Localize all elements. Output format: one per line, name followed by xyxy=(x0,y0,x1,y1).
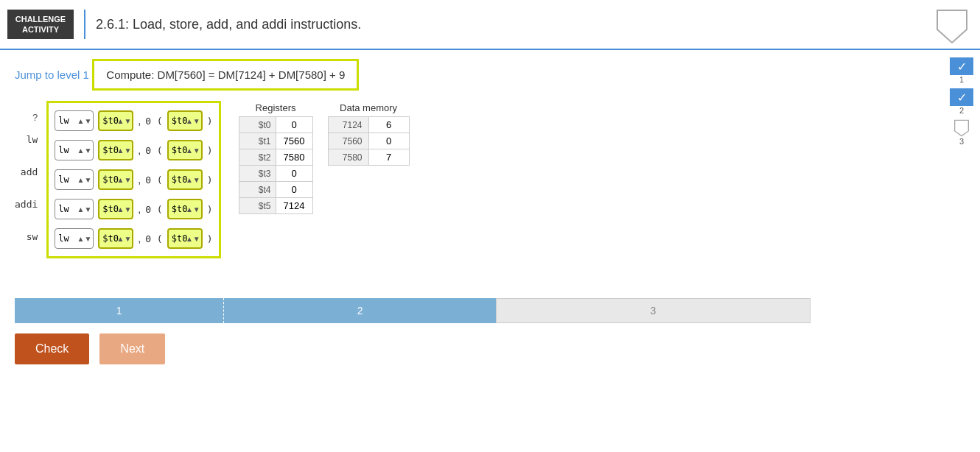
level-2-number: 2 xyxy=(959,106,964,115)
paren-close-5: ) xyxy=(207,233,213,244)
label-last xyxy=(15,253,41,285)
progress-seg-3[interactable]: 3 xyxy=(496,298,811,323)
rd-select-4-wrapper[interactable]: $t0$t1$t2 ▲▼ xyxy=(98,199,133,219)
rs-select-2-wrapper[interactable]: $t0$t1$t2 ▲▼ xyxy=(167,140,203,160)
paren-close-4: ) xyxy=(207,204,213,215)
label-add: add xyxy=(15,155,41,188)
level-2-badge[interactable]: ✓ 2 xyxy=(948,88,975,115)
op-select-3[interactable]: lwswaddaddi xyxy=(55,169,94,190)
op-select-4[interactable]: lwswaddaddi xyxy=(55,199,94,219)
op-select-5-wrapper[interactable]: lwswaddaddi ▲▼ xyxy=(55,228,94,249)
offset-1: 0 ( xyxy=(145,116,162,127)
jump-link[interactable]: Jump to level 1 xyxy=(15,68,89,81)
mem-addr-7124: 7124 xyxy=(328,117,368,133)
label-sw: sw xyxy=(15,220,41,253)
reg-row-t3: $t3 0 xyxy=(239,166,312,182)
rd-select-5-wrapper[interactable]: $t0$t1$t2 ▲▼ xyxy=(98,228,133,249)
paren-close-3: ) xyxy=(207,174,213,186)
registers-table: Registers $t0 0 $t1 7560 $t2 xyxy=(239,101,313,214)
paren-close-1: ) xyxy=(207,116,213,127)
reg-name-t4: $t4 xyxy=(239,182,276,198)
level-3-shield-icon xyxy=(950,119,973,137)
progress-seg-1[interactable]: 1 xyxy=(15,298,224,323)
offset-5: 0 ( xyxy=(145,233,162,244)
op-select-3-wrapper[interactable]: lwswaddaddi ▲▼ xyxy=(55,169,94,190)
mem-val-7124: 6 xyxy=(368,117,409,133)
sidebar-right: ✓ 1 ✓ 2 3 xyxy=(943,50,980,146)
rs-select-1-wrapper[interactable]: $t0$t1$t2 ▲▼ xyxy=(167,110,203,131)
rs-select-4-wrapper[interactable]: $t0$t1$t2 ▲▼ xyxy=(167,199,203,219)
rs-select-4[interactable]: $t0$t1$t2 xyxy=(167,199,203,219)
comma-3: , xyxy=(138,174,141,186)
level-1-check: ✓ xyxy=(950,57,973,75)
buttons-area: Check Next xyxy=(15,333,965,364)
rs-select-3-wrapper[interactable]: $t0$t1$t2 ▲▼ xyxy=(167,169,203,190)
rd-select-5[interactable]: $t0$t1$t2 xyxy=(98,228,133,249)
reg-row-t0: $t0 0 xyxy=(239,117,312,133)
reg-row-t4: $t4 0 xyxy=(239,182,312,198)
instr-row-3: lwswaddaddi ▲▼ $t0$t1$t2 ▲▼ , 0 ( xyxy=(55,166,212,193)
reg-name-t0: $t0 xyxy=(239,117,276,133)
registers-title: Registers xyxy=(239,101,312,117)
level-3-badge[interactable]: 3 xyxy=(948,119,975,146)
main-content: ✓ 1 ✓ 2 3 Jump to level 1 Compute: DM[75… xyxy=(0,50,980,452)
reg-name-t2: $t2 xyxy=(239,149,276,166)
check-button[interactable]: Check xyxy=(15,333,89,364)
rd-select-1[interactable]: $t0$t1$t2 xyxy=(98,110,133,131)
comma-2: , xyxy=(138,144,141,156)
comma-5: , xyxy=(138,233,141,244)
rs-select-5[interactable]: $t0$t1$t2 xyxy=(167,228,203,249)
rs-select-2[interactable]: $t0$t1$t2 xyxy=(167,140,203,160)
rd-select-1-wrapper[interactable]: $t0$t1$t2 ▲▼ xyxy=(98,110,133,131)
reg-name-t1: $t1 xyxy=(239,133,276,149)
reg-row-t2: $t2 7580 xyxy=(239,149,312,166)
offset-4: 0 ( xyxy=(145,204,162,215)
op-select-5[interactable]: lwswaddaddi xyxy=(55,228,94,249)
mem-val-7580: 7 xyxy=(368,149,409,166)
data-memory-table: Data memory 7124 6 7560 0 7580 xyxy=(328,101,410,166)
op-select-2-wrapper[interactable]: lwswaddaddi ▲▼ xyxy=(55,140,94,160)
rd-select-3[interactable]: $t0$t1$t2 xyxy=(98,169,133,190)
progress-label-3: 3 xyxy=(651,305,657,317)
rs-select-3[interactable]: $t0$t1$t2 xyxy=(167,169,203,190)
op-select-1[interactable]: lwswaddaddi xyxy=(55,110,94,131)
mem-row-7560: 7560 0 xyxy=(328,133,409,149)
mem-row-7580: 7580 7 xyxy=(328,149,409,166)
label-lw: lw xyxy=(15,123,41,155)
header-shield xyxy=(936,7,968,47)
progress-bar: 1 2 3 xyxy=(15,298,811,323)
instructions-grid: lwswaddaddi ▲▼ $t0$t1$t2 ▲▼ , 0 ( xyxy=(46,101,220,258)
reg-name-t3: $t3 xyxy=(239,166,276,182)
level-1-number: 1 xyxy=(959,75,964,84)
rd-select-3-wrapper[interactable]: $t0$t1$t2 ▲▼ xyxy=(98,169,133,190)
rd-select-2[interactable]: $t0$t1$t2 xyxy=(98,140,133,160)
comma-1: , xyxy=(138,115,141,127)
level-1-badge[interactable]: ✓ 1 xyxy=(948,57,975,84)
progress-seg-2[interactable]: 2 xyxy=(224,298,495,323)
progress-label-1: 1 xyxy=(116,305,122,317)
rs-select-5-wrapper[interactable]: $t0$t1$t2 ▲▼ xyxy=(167,228,203,249)
offset-3: 0 ( xyxy=(145,174,162,186)
header-divider xyxy=(84,10,85,39)
rd-select-4[interactable]: $t0$t1$t2 xyxy=(98,199,133,219)
instr-row-5: lwswaddaddi ▲▼ $t0$t1$t2 ▲▼ , 0 ( xyxy=(55,225,212,252)
rs-select-1[interactable]: $t0$t1$t2 xyxy=(167,110,203,131)
rd-select-2-wrapper[interactable]: $t0$t1$t2 ▲▼ xyxy=(98,140,133,160)
reg-val-t5: 7124 xyxy=(276,198,312,214)
level-2-check: ✓ xyxy=(950,88,973,106)
next-button[interactable]: Next xyxy=(99,333,165,364)
offset-2: 0 ( xyxy=(145,145,162,156)
mem-val-7560: 0 xyxy=(368,133,409,149)
instruction-area: ? lw add addi sw lwswaddaddi ▲▼ xyxy=(15,101,965,285)
op-select-1-wrapper[interactable]: lwswaddaddi ▲▼ xyxy=(55,110,94,131)
content-area: Jump to level 1 Compute: DM[7560] = DM[7… xyxy=(0,50,980,452)
reg-row-t1: $t1 7560 xyxy=(239,133,312,149)
reg-val-t4: 0 xyxy=(276,182,312,198)
op-select-2[interactable]: lwswaddaddi xyxy=(55,140,94,160)
reg-val-t2: 7580 xyxy=(276,149,312,166)
op-select-4-wrapper[interactable]: lwswaddaddi ▲▼ xyxy=(55,199,94,219)
challenge-activity-label: CHALLENGEACTIVITY xyxy=(7,10,74,40)
row-labels: ? lw add addi sw xyxy=(15,101,41,285)
data-memory-title: Data memory xyxy=(328,101,409,117)
mem-addr-7560: 7560 xyxy=(328,133,368,149)
